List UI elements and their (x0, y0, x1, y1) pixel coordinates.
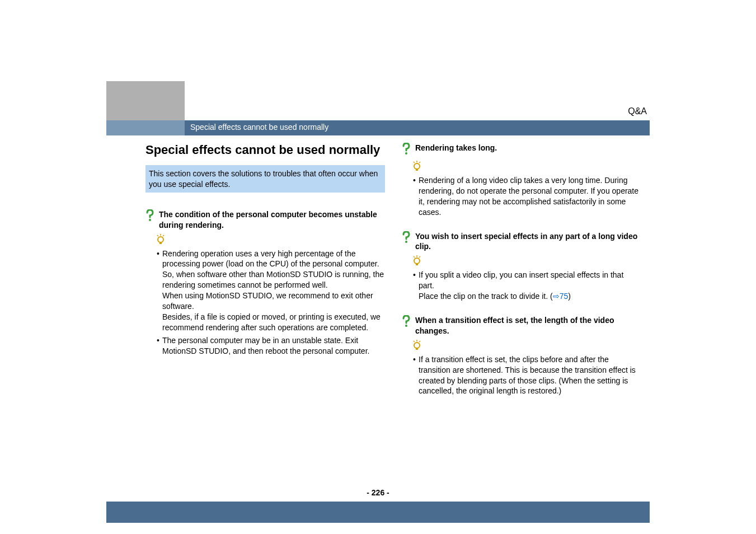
answer-list: Rendering operation uses a very high per… (157, 249, 385, 357)
svg-point-10 (414, 163, 420, 169)
lightbulb-icon (412, 255, 641, 269)
qa-item: You wish to insert special effects in an… (402, 231, 641, 302)
answer-item: The personal computer may be in an unsta… (157, 335, 385, 357)
qa-item: Rendering takes long. Rendering of a lon… (402, 143, 641, 218)
content-area: Special effects cannot be used normally … (145, 143, 641, 410)
left-column: Special effects cannot be used normally … (145, 143, 385, 410)
svg-point-12 (405, 241, 407, 243)
question-mark-icon (402, 231, 413, 246)
svg-line-8 (414, 162, 415, 163)
svg-point-18 (405, 325, 407, 327)
category-label: Q&A (628, 106, 647, 116)
page-number: - 226 - (0, 488, 756, 497)
intro-box: This section covers the solutions to tro… (145, 165, 385, 192)
arrow-right-icon: ⇨ (553, 292, 560, 301)
answer-item: Rendering operation uses a very high per… (157, 249, 385, 333)
svg-line-21 (419, 341, 420, 342)
question-row: When a transition effect is set, the len… (402, 315, 641, 336)
svg-line-14 (414, 256, 415, 257)
lightbulb-icon (412, 161, 641, 174)
answer-item: Rendering of a long video clip takes a v… (413, 175, 641, 218)
page-link[interactable]: 75 (560, 292, 569, 301)
question-text: The condition of the personal computer b… (159, 209, 385, 231)
question-mark-icon (402, 143, 413, 157)
svg-rect-5 (159, 242, 162, 244)
right-column: Rendering takes long. Rendering of a lon… (402, 143, 641, 410)
svg-line-15 (419, 256, 420, 257)
svg-point-6 (405, 152, 407, 154)
answer-item: If a transition effect is set, the clips… (413, 354, 641, 397)
lightbulb-icon (156, 234, 385, 247)
svg-point-22 (414, 343, 420, 348)
page-root: Q&A Special effects cannot be used norma… (0, 0, 756, 534)
page-title: Special effects cannot be used normally (145, 143, 385, 157)
question-row: The condition of the personal computer b… (145, 209, 385, 231)
breadcrumb-text: Special effects cannot be used normally (190, 123, 328, 132)
svg-rect-23 (416, 348, 418, 350)
svg-line-2 (157, 235, 158, 236)
svg-point-0 (149, 219, 151, 221)
svg-line-9 (419, 162, 420, 163)
question-text: You wish to insert special effects in an… (415, 231, 641, 252)
svg-line-20 (414, 341, 415, 342)
question-mark-icon (145, 209, 157, 224)
question-row: Rendering takes long. (402, 143, 641, 157)
answer-item: If you split a video clip, you can inser… (413, 270, 641, 302)
breadcrumb-accent (106, 120, 185, 135)
question-text: Rendering takes long. (415, 143, 497, 153)
footer-bar (106, 502, 650, 523)
qa-item: The condition of the personal computer b… (145, 209, 385, 357)
qa-item: When a transition effect is set, the len… (402, 315, 641, 396)
answer-list: If you split a video clip, you can inser… (413, 270, 641, 302)
sidebar-accent-block (106, 81, 185, 120)
answer-list: Rendering of a long video clip takes a v… (413, 175, 641, 218)
svg-rect-17 (416, 263, 418, 265)
lightbulb-icon (412, 340, 641, 353)
svg-point-16 (414, 258, 420, 264)
svg-rect-11 (416, 168, 418, 171)
answer-text-prefix: If you split a video clip, you can inser… (419, 270, 623, 301)
svg-point-4 (158, 237, 163, 242)
answer-text-suffix: ) (568, 292, 571, 301)
svg-line-3 (163, 235, 164, 236)
question-text: When a transition effect is set, the len… (415, 315, 641, 336)
question-row: You wish to insert special effects in an… (402, 231, 641, 252)
question-mark-icon (402, 315, 413, 330)
breadcrumb-bar: Special effects cannot be used normally (106, 120, 650, 135)
answer-list: If a transition effect is set, the clips… (413, 354, 641, 397)
